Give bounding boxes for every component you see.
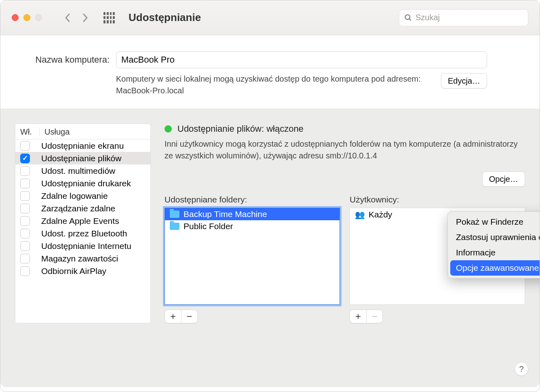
add-user-button[interactable]: +	[350, 310, 366, 323]
svg-line-1	[409, 19, 411, 20]
shared-folder-row[interactable]: Backup Time Machine	[165, 208, 340, 220]
service-row[interactable]: Zdalne Apple Events	[15, 215, 150, 227]
computer-name-section: Nazwa komputera: Komputery w sieci lokal…	[0, 35, 540, 109]
services-header-on: Wł.	[20, 127, 40, 137]
zoom-window-button[interactable]	[35, 14, 42, 21]
users-plusminus: + −	[350, 310, 383, 323]
service-label: Zdalne Apple Events	[41, 216, 119, 226]
folder-icon	[170, 223, 179, 230]
back-button[interactable]	[61, 10, 74, 25]
service-label: Zarządzanie zdalne	[41, 204, 115, 213]
svg-point-0	[405, 15, 410, 19]
computer-name-input[interactable]	[116, 51, 487, 68]
status-title: Udostępnianie plików: włączone	[177, 124, 304, 134]
status-description: Inni użytkownicy mogą korzystać z udostę…	[165, 138, 525, 162]
bottom-area: ?	[0, 335, 540, 387]
main-content: Wł. Usługa Udostępnianie ekranuUdostępni…	[0, 109, 540, 335]
services-header-name: Usługa	[40, 127, 70, 137]
user-name: Każdy	[369, 210, 392, 219]
close-window-button[interactable]	[12, 14, 19, 21]
service-row[interactable]: Zarządzanie zdalne	[15, 202, 150, 215]
computer-name-label: Nazwa komputera:	[29, 55, 110, 65]
folder-name: Backup Time Machine	[184, 209, 267, 219]
shared-folders-list[interactable]: Backup Time MachinePublic Folder	[165, 208, 340, 305]
service-label: Udostępnianie ekranu	[41, 141, 124, 151]
context-menu-item[interactable]: Opcje zaawansowane…	[450, 260, 540, 276]
service-checkbox[interactable]	[20, 179, 30, 188]
service-label: Udost. przez Bluetooth	[41, 229, 127, 238]
service-row[interactable]: Udostępnianie Internetu	[15, 240, 150, 252]
people-icon: 👥	[355, 210, 365, 219]
sharing-preferences-window: Udostępnianie Nazwa komputera: Komputery…	[0, 0, 540, 392]
service-detail: Udostępnianie plików: włączone Inni użyt…	[165, 124, 525, 323]
add-folder-button[interactable]: +	[165, 310, 181, 323]
shared-folder-row[interactable]: Public Folder	[165, 220, 340, 232]
services-table: Wł. Usługa Udostępnianie ekranuUdostępni…	[15, 124, 151, 323]
search-icon	[404, 14, 412, 22]
service-row[interactable]: Udostępnianie drukarek	[15, 177, 150, 190]
remove-user-button: −	[366, 310, 382, 323]
service-checkbox[interactable]	[20, 204, 30, 213]
service-label: Zdalne logowanie	[41, 191, 108, 201]
service-checkbox[interactable]	[20, 166, 30, 176]
folders-plusminus: + −	[165, 310, 198, 323]
service-label: Udostępnianie drukarek	[41, 179, 131, 188]
service-label: Magazyn zawartości	[41, 254, 118, 263]
chevron-right-icon	[82, 13, 89, 23]
titlebar: Udostępnianie	[0, 0, 540, 35]
forward-button[interactable]	[78, 10, 92, 25]
search-input[interactable]	[416, 13, 523, 22]
service-row[interactable]: Udost. multimediów	[15, 164, 150, 177]
service-label: Udostępnianie plików	[41, 154, 121, 163]
show-all-button[interactable]	[103, 12, 115, 23]
service-label: Odbiornik AirPlay	[41, 266, 106, 276]
search-field[interactable]	[399, 9, 528, 26]
context-menu: Pokaż w FinderzeZastosuj uprawnienia do …	[447, 211, 540, 278]
chevron-left-icon	[64, 13, 71, 23]
page-title: Udostępnianie	[129, 11, 201, 24]
window-controls	[12, 14, 42, 21]
service-row[interactable]: Zdalne logowanie	[15, 190, 150, 202]
options-button[interactable]: Opcje…	[482, 171, 525, 187]
status-indicator-icon	[165, 125, 172, 133]
service-checkbox[interactable]	[20, 154, 30, 163]
users-label: Użytkownicy:	[350, 195, 525, 204]
folder-name: Public Folder	[184, 221, 233, 231]
folder-icon	[170, 211, 179, 218]
help-button[interactable]: ?	[515, 362, 528, 376]
service-checkbox[interactable]	[20, 229, 30, 238]
context-menu-item[interactable]: Pokaż w Finderze	[450, 214, 540, 230]
computer-name-description: Komputery w sieci lokalnej mogą uzyskiwa…	[116, 73, 435, 97]
minimize-window-button[interactable]	[23, 14, 30, 21]
shared-folders-label: Udostępniane foldery:	[165, 195, 340, 204]
service-row[interactable]: Udostępnianie ekranu	[15, 139, 150, 152]
services-header: Wł. Usługa	[15, 124, 150, 139]
context-menu-item[interactable]: Informacje	[450, 245, 540, 260]
service-checkbox[interactable]	[20, 241, 30, 251]
remove-folder-button[interactable]: −	[181, 310, 197, 323]
service-checkbox[interactable]	[20, 254, 30, 263]
service-checkbox[interactable]	[20, 216, 30, 226]
edit-hostname-button[interactable]: Edycja…	[441, 73, 487, 89]
service-checkbox[interactable]	[20, 266, 30, 276]
service-checkbox[interactable]	[20, 191, 30, 201]
service-row[interactable]: Udost. przez Bluetooth	[15, 227, 150, 240]
service-row[interactable]: Magazyn zawartości	[15, 252, 150, 265]
service-row[interactable]: Udostępnianie plików	[15, 152, 150, 164]
service-row[interactable]: Odbiornik AirPlay	[15, 265, 150, 277]
service-label: Udost. multimediów	[41, 166, 115, 176]
context-menu-item[interactable]: Zastosuj uprawnienia do zawartych rzeczy	[450, 230, 540, 245]
service-checkbox[interactable]	[20, 141, 30, 151]
service-label: Udostępnianie Internetu	[41, 241, 131, 251]
